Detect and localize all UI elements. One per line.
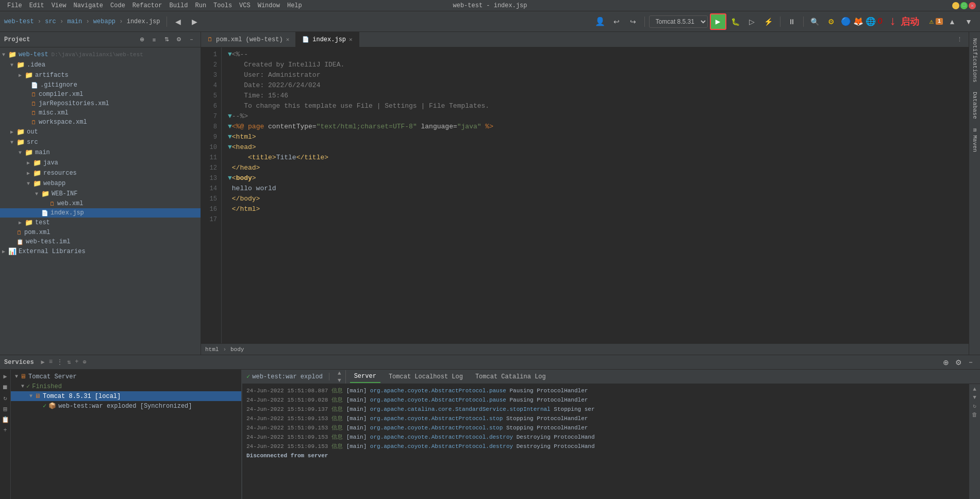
forward-button[interactable]: ▶: [188, 14, 202, 29]
tree-item-src[interactable]: ▼ 📁 src: [0, 137, 201, 147]
chrome-icon[interactable]: 🔵: [841, 16, 851, 27]
breadcrumb-webtest[interactable]: web-test: [4, 18, 34, 25]
sidebar-hide-btn[interactable]: －: [186, 35, 196, 45]
tree-item-webapp[interactable]: ▼ 📁 webapp: [0, 178, 201, 189]
code-editor[interactable]: 1 2 3 4 5 6 7 8 9 10 11 12 13 14 15 16 1: [201, 47, 969, 343]
menu-view[interactable]: View: [48, 1, 70, 10]
tree-item-resources[interactable]: ▶ 📁 resources: [0, 168, 201, 178]
log-scroll-down-btn[interactable]: ▼: [973, 394, 976, 401]
sidebar-add-btn[interactable]: ⊕: [137, 35, 147, 45]
code-content[interactable]: ▼<%-- Created by IntelliJ IDEA. User: Ad…: [222, 47, 969, 343]
services-add-icon[interactable]: ⊕: [81, 357, 87, 367]
tab-close-pomxml[interactable]: ✕: [286, 36, 290, 43]
tree-item-misc[interactable]: ▶ 🗒 misc.xml: [0, 108, 201, 118]
tab-pomxml[interactable]: 🗒 pom.xml (web-test) ✕: [201, 32, 296, 47]
breadcrumb-indexjsp[interactable]: index.jsp: [127, 18, 160, 25]
menu-tools[interactable]: Tools: [210, 1, 235, 10]
tree-item-artifacts[interactable]: ▶ 📁 artifacts: [0, 70, 201, 80]
log-content[interactable]: 24-Jun-2022 15:51:08.887 信息 [main] org.a…: [242, 384, 969, 499]
opera-icon[interactable]: O: [878, 17, 883, 26]
services-expand-icon[interactable]: +: [74, 357, 79, 367]
warning-count[interactable]: 1: [936, 18, 943, 25]
menu-refactor[interactable]: Refactor: [129, 1, 165, 10]
warning-down-button[interactable]: ▼: [961, 14, 976, 29]
notifications-panel[interactable]: Notifications: [971, 34, 979, 87]
undo-button[interactable]: ↩: [609, 14, 624, 29]
menu-edit[interactable]: Edit: [26, 1, 47, 10]
menu-build[interactable]: Build: [166, 1, 191, 10]
tree-item-test[interactable]: ▶ 📁 test: [0, 218, 201, 228]
pause-button[interactable]: ⏸: [785, 14, 799, 29]
profile-button[interactable]: 👤: [593, 14, 607, 29]
tree-item-gitignore[interactable]: ▶ 📄 .gitignore: [0, 80, 201, 90]
services-sort-icon[interactable]: ⇅: [66, 357, 72, 367]
minimize-button[interactable]: －: [952, 2, 959, 9]
tree-item-java[interactable]: ▶ 📁 java: [0, 158, 201, 168]
close-button[interactable]: ✕: [969, 2, 976, 9]
svc-filter2-btn[interactable]: ▤: [2, 404, 8, 414]
profile2-button[interactable]: ⚡: [761, 14, 776, 29]
warning-up-button[interactable]: ▲: [945, 14, 959, 29]
back-button[interactable]: ◀: [171, 14, 186, 29]
settings-button[interactable]: ⚙: [824, 14, 839, 29]
tree-item-extlibs[interactable]: ▶ 📊 External Libraries: [0, 246, 201, 257]
tree-item-jar[interactable]: ▶ 🗒 jarRepositories.xml: [0, 99, 201, 108]
service-war[interactable]: ▶ ✓ 📦 web-test:war exploded [Synchronize…: [11, 401, 241, 411]
breadcrumb-webapp[interactable]: webapp: [93, 18, 115, 25]
breadcrumb-src[interactable]: src: [45, 18, 56, 25]
tree-item-pomxml[interactable]: ▶ 🗒 pom.xml: [0, 228, 201, 237]
search-button[interactable]: 🔍: [808, 14, 822, 29]
menu-navigate[interactable]: Navigate: [70, 1, 106, 10]
service-finished[interactable]: ▼ ✓ Finished: [11, 381, 241, 391]
menu-window[interactable]: Window: [255, 1, 283, 10]
services-settings-btn[interactable]: ⚙: [953, 357, 964, 368]
log-tab-server[interactable]: Server: [350, 371, 380, 383]
services-run-icon[interactable]: ▶: [40, 357, 46, 367]
tab-indexjsp[interactable]: 📄 index.jsp ✕: [296, 32, 359, 47]
tree-item-workspace[interactable]: ▶ 🗒 workspace.xml: [0, 118, 201, 127]
services-global-btn[interactable]: ⊕: [941, 357, 951, 368]
svc-play-btn[interactable]: ▶: [2, 372, 8, 381]
fold-arrow-13[interactable]: ▼: [228, 173, 232, 184]
tab-close-indexjsp[interactable]: ✕: [349, 36, 353, 43]
fold-arrow-10[interactable]: ▼: [228, 142, 232, 153]
service-tomcat-local[interactable]: ▼ 🖥 Tomcat 8.5.31 [local]: [11, 391, 241, 401]
database-panel[interactable]: Database: [971, 88, 979, 123]
fold-arrow-8[interactable]: ▼: [228, 122, 232, 132]
edge-icon[interactable]: 🌐: [866, 16, 876, 27]
tree-item-webinf[interactable]: ▼ 📁 WEB-INF: [0, 189, 201, 199]
sidebar-settings-btn[interactable]: ⚙: [174, 35, 184, 45]
svc-dump-btn[interactable]: 📋: [1, 415, 10, 425]
tomcat-selector[interactable]: Tomcat 8.5.31: [649, 15, 708, 28]
fold-arrow-7[interactable]: ▼: [228, 111, 232, 122]
firefox-icon[interactable]: 🦊: [853, 16, 863, 27]
tab-more-button[interactable]: ⋮: [954, 35, 965, 45]
log-tab-localhost[interactable]: Tomcat Localhost Log: [385, 371, 467, 382]
maximize-button[interactable]: □: [960, 2, 968, 9]
tree-item-webxml[interactable]: ▶ 🗒 web.xml: [0, 199, 201, 208]
tree-item-indexjsp[interactable]: ▶ 📄 index.jsp: [0, 208, 201, 218]
svc-stop-btn[interactable]: ⏹: [1, 382, 9, 392]
run-button[interactable]: ▶: [710, 13, 726, 30]
log-tab-catalina[interactable]: Tomcat Catalina Log: [471, 371, 550, 382]
fold-arrow-1[interactable]: ▼: [228, 49, 232, 60]
tree-item-out[interactable]: ▶ 📁 out: [0, 127, 201, 137]
menu-vcs[interactable]: VCS: [236, 1, 254, 10]
svc-restart-btn[interactable]: ↻: [2, 393, 8, 403]
fold-arrow-9[interactable]: ▼: [228, 132, 232, 142]
sidebar-collapse-btn[interactable]: ≡: [149, 35, 159, 45]
tree-item-main[interactable]: ▼ 📁 main: [0, 147, 201, 158]
services-hide-btn[interactable]: －: [966, 357, 976, 368]
sidebar-sort-btn[interactable]: ⇅: [161, 35, 172, 45]
coverage-button[interactable]: ▷: [745, 14, 759, 29]
tree-item-idea[interactable]: ▼ 📁 .idea: [0, 60, 201, 70]
sync-down-btn[interactable]: ▼: [338, 377, 341, 384]
menu-code[interactable]: Code: [107, 1, 128, 10]
maven-panel[interactable]: m Maven: [971, 124, 979, 156]
tree-item-webtest[interactable]: ▼ 📁 web-test D:\java\javalianxi\web-test: [0, 49, 201, 60]
menu-file[interactable]: File: [4, 1, 25, 10]
menu-run[interactable]: Run: [192, 1, 209, 10]
service-tomcat-server[interactable]: ▼ 🖥 Tomcat Server: [11, 372, 241, 381]
log-sync-btn[interactable]: ↻: [973, 403, 976, 409]
services-filter-icon[interactable]: ⋮: [56, 357, 64, 367]
